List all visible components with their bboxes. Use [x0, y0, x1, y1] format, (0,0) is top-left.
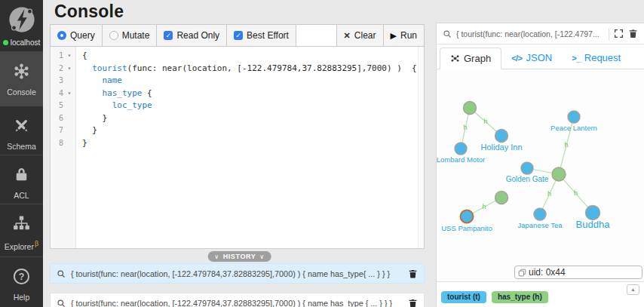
tab-graph[interactable]: Graph: [440, 48, 501, 69]
graph-node[interactable]: [495, 192, 508, 204]
read-only-toggle[interactable]: ✓ Read Only: [156, 24, 227, 47]
history-list: { tourist(func: near(location, [-122.479…: [50, 263, 425, 307]
history-query-text: { tourist(func: near(location, [-122.479…: [71, 269, 408, 278]
clear-button[interactable]: ✕ Clear: [336, 24, 384, 47]
run-label: Run: [400, 30, 417, 41]
history-toggle-button[interactable]: ∨ HISTORY ∨: [207, 251, 271, 262]
sidebar-item-schema[interactable]: Schema: [0, 106, 43, 155]
best-effort-label: Best Effort: [247, 30, 289, 41]
mutate-mode-button[interactable]: Mutate: [102, 24, 158, 47]
graph-node[interactable]: [464, 102, 477, 115]
edge-label: h: [482, 203, 486, 210]
editor-line: 6 }: [51, 112, 417, 125]
beta-badge: β: [35, 240, 38, 247]
best-effort-toggle[interactable]: ✓ Best Effort: [226, 24, 296, 47]
graph-node-golden-gate[interactable]: [521, 162, 533, 174]
checkbox-checked-icon: ✓: [234, 31, 243, 40]
sidebar-item-acl[interactable]: ExplorerACL: [0, 155, 43, 204]
sidebar-item-label: Console: [0, 87, 43, 97]
uid-tooltip[interactable]: uid: 0x44: [514, 266, 642, 279]
editor-scrollbar[interactable]: [418, 47, 424, 248]
fold-arrow-icon[interactable]: ▾: [63, 63, 75, 75]
fold-spacer: [63, 124, 75, 137]
sidebar-logo-host[interactable]: localhost: [0, 0, 43, 51]
chevron-down-icon: ∨: [214, 253, 219, 260]
node-label: Lombard Motor: [437, 155, 485, 164]
graph-node-uss-pampanito[interactable]: [461, 210, 474, 223]
query-mode-button[interactable]: Query: [50, 24, 103, 47]
delete-results-icon[interactable]: [628, 29, 638, 38]
legend-badge[interactable]: tourist (t): [441, 291, 486, 303]
graph-node-peace-lantern[interactable]: [568, 111, 580, 123]
delete-history-icon[interactable]: [408, 298, 418, 307]
read-only-label: Read Only: [176, 30, 219, 41]
code-text: name: [75, 75, 122, 87]
copy-icon[interactable]: [518, 269, 526, 277]
terminal-icon: >_: [572, 54, 581, 63]
x-icon: ✕: [344, 31, 351, 41]
graph-node-lombard-motor[interactable]: [455, 143, 467, 155]
collapse-footer-button[interactable]: ▲: [627, 284, 639, 295]
mutate-mode-label: Mutate: [122, 30, 150, 41]
ratel-console-app: { "page_title": "Console", "colors": { "…: [0, 0, 644, 307]
node-label: Buddha: [576, 219, 611, 230]
graph-canvas[interactable]: hhhhhhHoliday InnLombard MotorPeace Lant…: [437, 69, 644, 281]
edge-label: h: [547, 190, 551, 198]
edge-label: h: [574, 189, 578, 197]
toolbar-spacer: [296, 24, 337, 47]
tab-graph-label: Graph: [464, 53, 491, 64]
checkbox-checked-icon: ✓: [164, 31, 173, 40]
line-number: 4: [51, 87, 63, 100]
fullscreen-icon[interactable]: [614, 29, 624, 38]
line-number: 8: [51, 137, 63, 150]
history-toggle-label: HISTORY: [223, 253, 256, 260]
radio-unselected-icon: [109, 31, 118, 40]
sidebar-item-help[interactable]: ? Help: [0, 256, 43, 307]
node-label: Peace Lantern: [550, 124, 597, 132]
editor-line: 2▾ tourist(func: near(location, [-122.47…: [51, 63, 417, 75]
code-text: }: [75, 112, 107, 125]
run-button[interactable]: ▶ Run: [383, 24, 425, 47]
svg-text:?: ?: [19, 272, 25, 282]
graph-node-japanese-tea[interactable]: [534, 208, 546, 220]
fold-arrow-icon[interactable]: ▾: [63, 87, 75, 100]
code-text: has_type {: [75, 87, 152, 100]
query-editor[interactable]: 1▾{2▾ tourist(func: near(location, [-122…: [50, 47, 425, 249]
query-mode-label: Query: [70, 30, 95, 41]
edge-label: h: [463, 124, 467, 131]
code-text: }: [75, 124, 97, 137]
line-number: 6: [51, 112, 63, 125]
fold-arrow-icon[interactable]: ▾: [63, 50, 75, 63]
clear-label: Clear: [354, 30, 376, 41]
history-item[interactable]: { tourist(func: near(location, [-122.479…: [50, 263, 425, 284]
line-number: 2: [51, 63, 63, 75]
search-icon: [57, 269, 66, 278]
graph-node-holiday-inn[interactable]: [495, 130, 508, 143]
tab-request[interactable]: >_ Request: [562, 47, 630, 69]
graph-icon: [450, 54, 460, 63]
code-text: loc_type: [75, 100, 152, 112]
sidebar-item-explorer[interactable]: Explorerβ: [0, 204, 43, 256]
results-query-bar: { tourist(func: near(location, [-122.479…: [437, 23, 644, 45]
fold-spacer: [63, 112, 75, 125]
dgraph-logo-icon: [8, 5, 36, 34]
history-item[interactable]: { tourist(func: near(location, [-122.479…: [50, 293, 425, 307]
editor-line: 1▾{: [51, 50, 417, 63]
graph-node[interactable]: [552, 167, 566, 181]
editor-lines: 1▾{2▾ tourist(func: near(location, [-122…: [51, 50, 417, 149]
help-icon: ?: [12, 267, 31, 286]
fold-spacer: [63, 137, 75, 150]
line-number: 3: [51, 75, 63, 87]
main-panel: Console Query Mutate ✓ Read Only ✓ Best …: [43, 0, 436, 307]
page-title: Console: [43, 0, 436, 22]
tab-json[interactable]: </> JSON: [501, 47, 562, 69]
node-label: Golden Gate: [506, 175, 549, 183]
explorer-label-text: ACL: [14, 191, 29, 200]
sidebar-item-label: ExplorerACL: [0, 191, 43, 200]
console-graph-icon: [12, 62, 31, 81]
history-section: ∨ HISTORY ∨ { tourist(func: near(locatio…: [43, 249, 436, 307]
delete-history-icon[interactable]: [408, 269, 418, 279]
sitemap-icon: [12, 214, 31, 233]
sidebar-item-console[interactable]: Console: [0, 51, 43, 106]
legend-badge[interactable]: has_type (h): [492, 291, 548, 303]
